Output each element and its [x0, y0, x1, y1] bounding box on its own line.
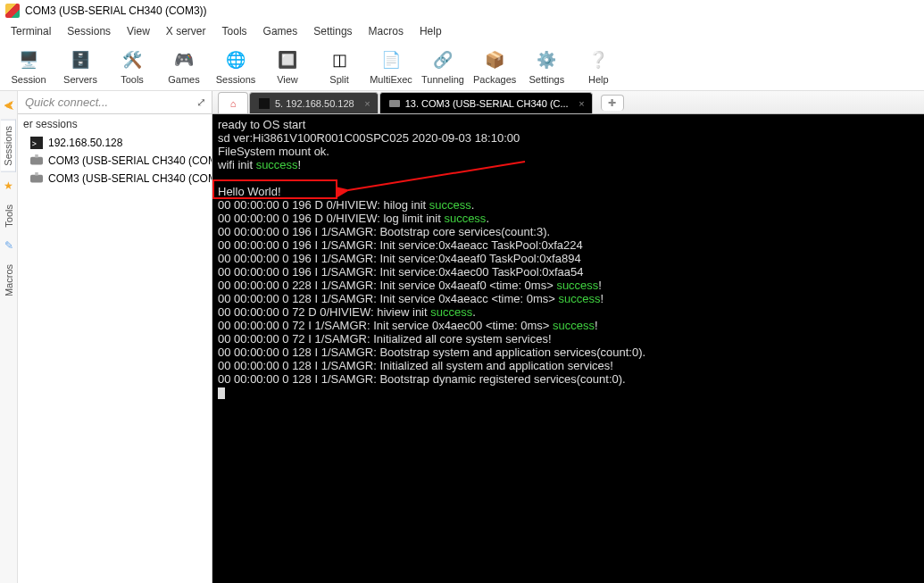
toolbar-tunneling-button[interactable]: 🔗Tunneling [421, 47, 464, 85]
session-tab[interactable]: 5. 192.168.50.128× [249, 92, 379, 113]
settings-icon: ⚙️ [534, 47, 559, 72]
toolbar-label: Tools [121, 74, 144, 85]
terminal-line: 00 00:00:00 0 196 D 0/HIVIEW: log limit … [218, 212, 919, 225]
menu-settings[interactable]: Settings [306, 23, 359, 39]
terminal-line: 00 00:00:00 0 228 I 1/SAMGR: Init servic… [218, 279, 919, 292]
toolbar-settings-button[interactable]: ⚙️Settings [525, 47, 568, 85]
serial-icon [30, 172, 43, 185]
plus-icon: ✚ [608, 97, 616, 109]
rail-tab-sessions[interactable]: Sessions [1, 120, 16, 172]
menu-help[interactable]: Help [412, 23, 449, 39]
toolbar-multiexec-button[interactable]: 📄MultiExec [370, 47, 412, 85]
tunneling-icon: 🔗 [430, 47, 455, 72]
toolbar-help-button[interactable]: ❔Help [577, 47, 620, 85]
session-icon: 🖥️ [16, 47, 41, 72]
quick-connect-input[interactable]: Quick connect... ⤢ [18, 91, 212, 114]
session-item[interactable]: COM3 (USB-SERIAL CH340 (COM3)) [18, 152, 212, 170]
menu-sessions[interactable]: Sessions [60, 23, 118, 39]
toolbar-view-button[interactable]: 🔲View [266, 47, 309, 85]
session-item-label: 192.168.50.128 [48, 137, 122, 149]
close-icon[interactable]: × [579, 98, 584, 109]
new-tab-button[interactable]: ✚ [601, 95, 624, 111]
menu-x-server[interactable]: X server [159, 23, 213, 39]
serial-icon [389, 98, 400, 109]
rail-tab-tools[interactable]: Tools [2, 199, 16, 233]
toolbar-label: Packages [473, 74, 516, 85]
packages-icon: 📦 [482, 47, 507, 72]
terminal-line: sd ver:Hi3861V100R001C00SPC025 2020-09-0… [218, 131, 919, 145]
svg-rect-2 [30, 157, 43, 165]
toolbar-label: Servers [63, 74, 97, 85]
toolbar-sessions-button[interactable]: 🌐Sessions [214, 47, 257, 85]
svg-rect-4 [30, 175, 43, 183]
terminal-line: 00 00:00:00 0 196 I 1/SAMGR: Bootstrap c… [218, 225, 919, 238]
toolbar-split-button[interactable]: ◫Split [318, 47, 361, 85]
sessions-sidebar: Quick connect... ⤢ er sessions >192.168.… [18, 91, 212, 583]
serial-icon [30, 154, 43, 167]
tools-icon: 🛠️ [120, 47, 145, 72]
menu-tools[interactable]: Tools [215, 23, 254, 39]
terminal-line: 00 00:00:00 0 196 D 0/HIVIEW: hilog init… [218, 198, 919, 212]
terminal-line: Hello World! [218, 185, 919, 198]
terminal-line: 00 00:00:00 0 72 D 0/HIVIEW: hiview init… [218, 305, 919, 319]
toolbar-packages-button[interactable]: 📦Packages [473, 47, 516, 85]
quick-connect-placeholder: Quick connect... [25, 96, 108, 109]
ssh-icon [259, 98, 270, 109]
terminal-line [218, 171, 919, 185]
terminal-line: 00 00:00:00 0 128 I 1/SAMGR: Bootstrap d… [218, 372, 919, 386]
svg-rect-3 [35, 154, 38, 158]
toolbar-games-button[interactable]: 🎮Games [162, 47, 205, 85]
window-title: COM3 (USB-SERIAL CH340 (COM3)) [25, 4, 207, 17]
rail-tab-macros[interactable]: Macros [2, 259, 16, 302]
toolbar-label: Games [168, 74, 199, 85]
menu-macros[interactable]: Macros [362, 23, 411, 39]
toolbar-label: Session [11, 74, 46, 85]
sessions-header: er sessions [18, 114, 212, 134]
menu-view[interactable]: View [120, 23, 157, 39]
terminal-line: 00 00:00:00 0 72 I 1/SAMGR: Initialized … [218, 332, 919, 346]
content-area: ⌂5. 192.168.50.128×13. COM3 (USB-SERIAL … [212, 91, 924, 583]
expand-icon[interactable]: ⤢ [196, 96, 206, 109]
session-item[interactable]: COM3 (USB-SERIAL CH340 (COM3)) (1) [18, 170, 212, 187]
home-tab[interactable]: ⌂ [218, 92, 248, 113]
terminal-line: 00 00:00:00 0 128 I 1/SAMGR: Init servic… [218, 292, 919, 305]
star-icon: ★ [4, 179, 13, 192]
terminal-line: 00 00:00:00 0 196 I 1/SAMGR: Init servic… [218, 238, 919, 252]
toolbar-label: View [277, 74, 298, 85]
terminal-line: 00 00:00:00 0 196 I 1/SAMGR: Init servic… [218, 265, 919, 279]
session-tab[interactable]: 13. COM3 (USB-SERIAL CH340 (C...× [379, 92, 593, 113]
terminal-line: FileSystem mount ok. [218, 145, 919, 158]
session-item[interactable]: >192.168.50.128 [18, 134, 212, 152]
toolbar-label: Settings [529, 74, 564, 85]
toolbar-tools-button[interactable]: 🛠️Tools [111, 47, 154, 85]
tab-label: 13. COM3 (USB-SERIAL CH340 (C... [405, 98, 569, 109]
left-rail: ⮜ Sessions ★ Tools ✎ Macros [0, 91, 18, 583]
toolbar-servers-button[interactable]: 🗄️Servers [59, 47, 102, 85]
toolbar-label: Split [329, 74, 348, 85]
sessions-icon: 🌐 [223, 47, 248, 72]
terminal-line: 00 00:00:00 0 72 I 1/SAMGR: Init service… [218, 319, 919, 332]
tab-strip: ⌂5. 192.168.50.128×13. COM3 (USB-SERIAL … [212, 91, 924, 114]
menu-games[interactable]: Games [256, 23, 305, 39]
rail-collapse-icon[interactable]: ⮜ [4, 100, 14, 112]
terminal-line: 00 00:00:00 0 196 I 1/SAMGR: Init servic… [218, 252, 919, 265]
terminal-output[interactable]: ready to OS startsd ver:Hi3861V100R001C0… [212, 114, 924, 583]
multiexec-icon: 📄 [379, 47, 404, 72]
toolbar-label: MultiExec [370, 74, 412, 85]
toolbar: 🖥️Session🗄️Servers🛠️Tools🎮Games🌐Sessions… [0, 41, 924, 91]
title-bar: COM3 (USB-SERIAL CH340 (COM3)) [0, 0, 924, 21]
menu-terminal[interactable]: Terminal [4, 23, 58, 39]
svg-rect-7 [389, 100, 400, 107]
menu-bar: TerminalSessionsViewX serverToolsGamesSe… [0, 21, 924, 41]
toolbar-session-button[interactable]: 🖥️Session [7, 47, 50, 85]
session-item-label: COM3 (USB-SERIAL CH340 (COM3)) [48, 154, 212, 167]
toolbar-label: Tunneling [421, 74, 464, 85]
games-icon: 🎮 [171, 47, 196, 72]
ssh-icon: > [30, 137, 43, 149]
terminal-line: wifi init success! [218, 158, 919, 171]
terminal-line: ready to OS start [218, 118, 919, 131]
close-icon[interactable]: × [364, 98, 370, 109]
svg-rect-5 [35, 172, 38, 176]
servers-icon: 🗄️ [68, 47, 93, 72]
session-item-label: COM3 (USB-SERIAL CH340 (COM3)) (1) [48, 172, 212, 185]
